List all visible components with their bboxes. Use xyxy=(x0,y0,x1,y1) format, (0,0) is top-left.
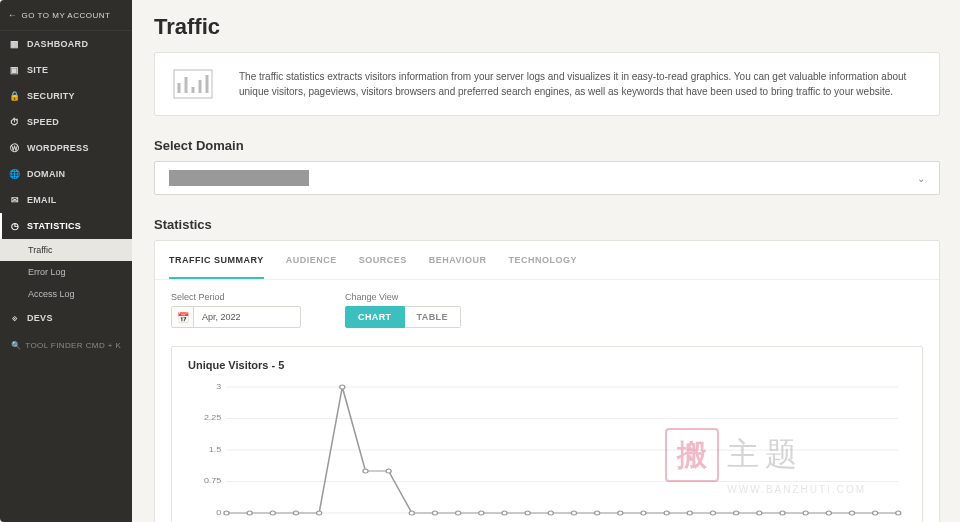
svg-point-30 xyxy=(548,511,553,515)
view-table-button[interactable]: TABLE xyxy=(405,306,461,328)
go-to-account-link[interactable]: ← GO TO MY ACCOUNT xyxy=(0,0,132,31)
tab-audience[interactable]: AUDIENCE xyxy=(286,241,337,279)
svg-point-40 xyxy=(780,511,785,515)
svg-text:3: 3 xyxy=(216,383,222,391)
intro-card: The traffic statistics extracts visitors… xyxy=(154,52,940,116)
select-domain-label: Select Domain xyxy=(154,138,940,153)
sidebar-item-dashboard[interactable]: ▦DASHBOARD xyxy=(0,31,132,57)
svg-point-25 xyxy=(432,511,437,515)
sidebar: ← GO TO MY ACCOUNT ▦DASHBOARD ▣SITE 🔒SEC… xyxy=(0,0,132,522)
svg-point-33 xyxy=(618,511,623,515)
view-chart-button[interactable]: CHART xyxy=(345,306,405,328)
site-icon: ▣ xyxy=(10,65,20,75)
chart-title: Unique Visitors - 5 xyxy=(188,359,906,371)
svg-point-26 xyxy=(456,511,461,515)
view-toggle: CHART TABLE xyxy=(345,306,461,328)
svg-text:0: 0 xyxy=(216,509,222,517)
page-title: Traffic xyxy=(154,14,940,40)
tab-technology[interactable]: TECHNOLOGY xyxy=(509,241,578,279)
svg-point-22 xyxy=(363,469,368,473)
period-value: Apr, 2022 xyxy=(194,312,249,322)
subnav-error-log[interactable]: Error Log xyxy=(0,261,132,283)
svg-point-28 xyxy=(502,511,507,515)
dashboard-icon: ▦ xyxy=(10,39,20,49)
svg-point-17 xyxy=(247,511,252,515)
globe-icon: 🌐 xyxy=(10,169,20,179)
svg-point-32 xyxy=(595,511,600,515)
statistics-card: TRAFFIC SUMMARY AUDIENCE SOURCES BEHAVIO… xyxy=(154,240,940,522)
sidebar-item-wordpress[interactable]: ⓌWORDPRESS xyxy=(0,135,132,161)
sidebar-item-site[interactable]: ▣SITE xyxy=(0,57,132,83)
domain-select-value xyxy=(169,170,309,186)
chevron-down-icon: ⌄ xyxy=(917,173,925,184)
svg-point-38 xyxy=(734,511,739,515)
subnav-traffic[interactable]: Traffic xyxy=(0,239,132,261)
tab-traffic-summary[interactable]: TRAFFIC SUMMARY xyxy=(169,241,264,279)
svg-point-19 xyxy=(293,511,298,515)
go-to-account-label: GO TO MY ACCOUNT xyxy=(22,11,111,20)
sidebar-item-speed[interactable]: ⏱SPEED xyxy=(0,109,132,135)
svg-point-37 xyxy=(710,511,715,515)
select-period-label: Select Period xyxy=(171,292,301,302)
svg-point-29 xyxy=(525,511,530,515)
tool-finder[interactable]: 🔍 TOOL FINDER CMD + K xyxy=(0,331,132,360)
calendar-icon: 📅 xyxy=(172,307,194,327)
svg-point-21 xyxy=(340,385,345,389)
tab-behaviour[interactable]: BEHAVIOUR xyxy=(429,241,487,279)
svg-point-27 xyxy=(479,511,484,515)
svg-point-16 xyxy=(224,511,229,515)
svg-point-45 xyxy=(896,511,901,515)
svg-text:0.75: 0.75 xyxy=(204,477,222,485)
subnav-access-log[interactable]: Access Log xyxy=(0,283,132,305)
svg-point-42 xyxy=(826,511,831,515)
svg-point-39 xyxy=(757,511,762,515)
svg-point-36 xyxy=(687,511,692,515)
devs-icon: ⟐ xyxy=(10,313,20,323)
sidebar-item-email[interactable]: ✉EMAIL xyxy=(0,187,132,213)
sidebar-item-devs[interactable]: ⟐DEVS xyxy=(0,305,132,331)
line-chart: 00.751.52.253Apr 01Apr 03Apr 05Apr 07Apr… xyxy=(188,381,906,522)
tab-sources[interactable]: SOURCES xyxy=(359,241,407,279)
svg-point-44 xyxy=(873,511,878,515)
sidebar-item-statistics[interactable]: ◷STATISTICS xyxy=(0,213,132,239)
svg-point-43 xyxy=(849,511,854,515)
chart-illustration-icon xyxy=(173,69,213,99)
svg-point-34 xyxy=(641,511,646,515)
svg-point-31 xyxy=(571,511,576,515)
chart-container: Unique Visitors - 5 00.751.52.253Apr 01A… xyxy=(171,346,923,522)
svg-text:2.25: 2.25 xyxy=(204,414,222,422)
svg-point-41 xyxy=(803,511,808,515)
svg-point-23 xyxy=(386,469,391,473)
svg-point-20 xyxy=(317,511,322,515)
back-arrow-icon: ← xyxy=(8,10,18,20)
email-icon: ✉ xyxy=(10,195,20,205)
search-icon: 🔍 xyxy=(11,341,21,350)
wordpress-icon: Ⓦ xyxy=(10,143,20,153)
intro-text: The traffic statistics extracts visitors… xyxy=(239,69,921,99)
main-content: Traffic The traffic statistics extracts … xyxy=(132,0,960,522)
svg-point-24 xyxy=(409,511,414,515)
svg-point-35 xyxy=(664,511,669,515)
sidebar-item-domain[interactable]: 🌐DOMAIN xyxy=(0,161,132,187)
sidebar-item-security[interactable]: 🔒SECURITY xyxy=(0,83,132,109)
stats-tabs: TRAFFIC SUMMARY AUDIENCE SOURCES BEHAVIO… xyxy=(155,241,939,280)
lock-icon: 🔒 xyxy=(10,91,20,101)
change-view-label: Change View xyxy=(345,292,461,302)
svg-point-18 xyxy=(270,511,275,515)
period-picker[interactable]: 📅 Apr, 2022 xyxy=(171,306,301,328)
domain-select[interactable]: ⌄ xyxy=(154,161,940,195)
svg-text:1.5: 1.5 xyxy=(209,446,222,454)
statistics-icon: ◷ xyxy=(10,221,20,231)
statistics-label: Statistics xyxy=(154,217,940,232)
speed-icon: ⏱ xyxy=(10,117,20,127)
